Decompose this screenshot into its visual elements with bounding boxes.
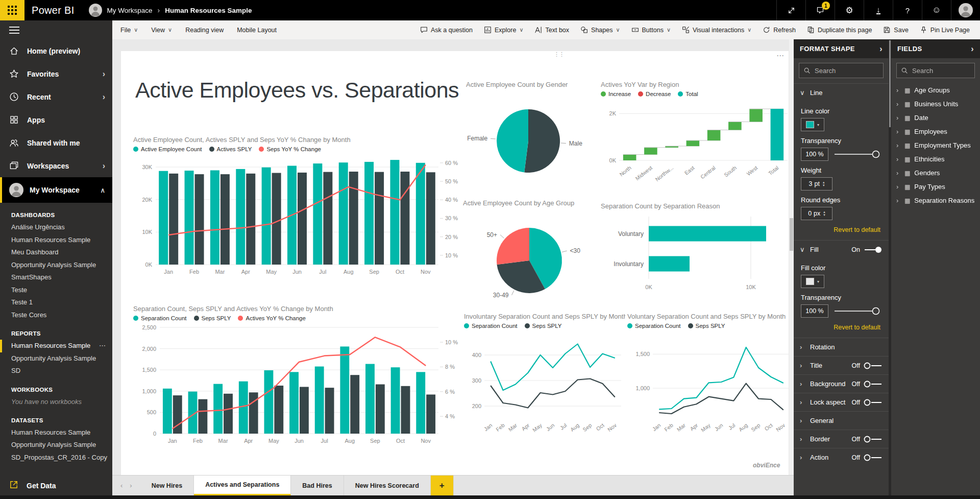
menu-item-reading-view[interactable]: Reading view bbox=[185, 27, 224, 34]
sidebar-list-item[interactable]: SD_Propostas_CR_2016 - Copy bbox=[0, 452, 112, 464]
line-series[interactable] bbox=[491, 344, 615, 391]
stepper-arrows[interactable]: ▴▾ bbox=[823, 181, 825, 187]
waterfall-total-bar[interactable] bbox=[771, 109, 784, 160]
account-avatar[interactable] bbox=[951, 0, 980, 20]
page-tab-new-hires[interactable]: New Hires bbox=[140, 476, 194, 495]
sidebar-list-item[interactable]: Análise Urgências bbox=[0, 221, 112, 234]
section-action[interactable]: ›ActionOff bbox=[794, 448, 889, 466]
feedback-icon[interactable]: ☺ bbox=[922, 0, 951, 20]
visual-waterfall[interactable]: Actives YoY Var by RegionIncreaseDecreas… bbox=[601, 81, 792, 192]
bar[interactable] bbox=[375, 172, 384, 265]
bar[interactable] bbox=[272, 173, 281, 265]
toggle-on[interactable] bbox=[863, 246, 883, 254]
bar[interactable] bbox=[649, 226, 766, 242]
slider-knob[interactable] bbox=[873, 151, 879, 158]
section-general[interactable]: ›General bbox=[794, 411, 889, 430]
chart-canvas[interactable]: <3030-4950+ bbox=[463, 209, 594, 315]
waterfall-bar[interactable] bbox=[687, 140, 700, 146]
sidebar-item-apps[interactable]: Apps bbox=[0, 108, 112, 131]
format-search-input[interactable] bbox=[815, 67, 871, 75]
bar[interactable] bbox=[400, 172, 409, 265]
sidebar-list-item[interactable]: SD bbox=[0, 365, 112, 377]
bar[interactable] bbox=[349, 172, 358, 265]
notifications-icon[interactable]: 1 bbox=[805, 0, 835, 20]
bar[interactable] bbox=[350, 375, 359, 434]
legend-entry[interactable]: Separation Count bbox=[464, 323, 518, 329]
more-options-icon[interactable]: ⋯ bbox=[776, 51, 785, 60]
fields-search-input[interactable] bbox=[912, 67, 968, 75]
bar[interactable] bbox=[340, 346, 349, 434]
menu-item-text-box[interactable]: Text box bbox=[534, 26, 569, 34]
stepper-arrows[interactable]: ▴▾ bbox=[823, 210, 825, 217]
menu-item-file[interactable]: File∨ bbox=[120, 27, 138, 34]
visual-hbar[interactable]: Separation Count by Separation Reason0K1… bbox=[601, 202, 792, 302]
visual-combo1[interactable]: Active Employee Count, Actives SPLY and … bbox=[133, 136, 466, 285]
scrollbar-thumb[interactable] bbox=[790, 218, 793, 251]
menu-item-duplicate-this-page[interactable]: Duplicate this page bbox=[807, 26, 872, 34]
toggle-off[interactable] bbox=[863, 435, 883, 443]
visual-lineVol[interactable]: Voluntary Separation Count and Seps SPLY… bbox=[627, 313, 794, 449]
bar[interactable] bbox=[426, 172, 435, 265]
field-table-separation-reasons[interactable]: ›▦Separation Reasons bbox=[891, 194, 980, 207]
menu-item-refresh[interactable]: Refresh bbox=[763, 26, 796, 34]
menu-item-pin-live-page[interactable]: Pin Live Page bbox=[920, 26, 970, 34]
field-table-age-groups[interactable]: ›▦Age Groups bbox=[891, 83, 980, 97]
bar[interactable] bbox=[239, 382, 248, 434]
waterfall-bar[interactable] bbox=[707, 130, 721, 140]
visual-pieGender[interactable]: Active Employee Count by GenderMaleFemal… bbox=[466, 81, 595, 191]
report-title-textbox[interactable]: Active Employees vs. Separations bbox=[135, 78, 459, 103]
bar[interactable] bbox=[298, 173, 307, 265]
section-background[interactable]: ›BackgroundOff bbox=[794, 374, 889, 393]
field-table-date[interactable]: ›▦Date bbox=[891, 111, 980, 125]
toggle-off[interactable] bbox=[863, 454, 883, 462]
bar[interactable] bbox=[323, 172, 332, 265]
sidebar-list-item[interactable]: Opportunity Analysis Sample bbox=[0, 439, 112, 452]
transparency-slider[interactable] bbox=[832, 150, 881, 159]
bar[interactable] bbox=[249, 392, 258, 434]
sidebar-item-shared-with-me[interactable]: Shared with me bbox=[0, 131, 112, 154]
section-title[interactable]: ›TitleOff bbox=[794, 356, 889, 374]
bar[interactable] bbox=[236, 169, 245, 265]
waterfall-bar[interactable] bbox=[644, 148, 657, 155]
sidebar-list-item[interactable]: Opportunity Analysis Sample bbox=[0, 259, 112, 272]
menu-item-shapes[interactable]: Shapes∨ bbox=[580, 26, 620, 34]
tab-scroll-right-icon[interactable]: › bbox=[130, 482, 132, 489]
menu-item-mobile-layout[interactable]: Mobile Layout bbox=[237, 27, 277, 34]
breadcrumb-workspace[interactable]: My Workspace bbox=[107, 7, 153, 14]
bar[interactable] bbox=[315, 367, 324, 434]
pie-slice[interactable] bbox=[524, 109, 560, 173]
revert-to-default-link[interactable]: Revert to default bbox=[794, 226, 880, 233]
bar[interactable] bbox=[365, 364, 375, 434]
chart-canvas[interactable]: 200300400JanFebMarAprMayJunJulAugSepOctN… bbox=[464, 330, 625, 447]
section-rotation[interactable]: ›Rotation bbox=[794, 338, 889, 356]
chart-canvas[interactable]: 0K2KNorthMidwestNorthw...EastCentralSout… bbox=[601, 98, 792, 190]
bar[interactable] bbox=[416, 372, 425, 434]
bar[interactable] bbox=[401, 386, 410, 434]
chart-canvas[interactable]: 0K10KVoluntaryInvoluntary bbox=[601, 212, 792, 300]
weight-stepper[interactable]: 3pt▴▾ bbox=[801, 177, 832, 191]
sidebar-item-home-preview[interactable]: Home (preview) bbox=[0, 39, 112, 62]
add-page-button[interactable]: + bbox=[431, 476, 454, 495]
sidebar-list-item[interactable]: Opportunity Analysis Sample bbox=[0, 352, 112, 365]
legend-entry[interactable]: Increase bbox=[601, 91, 631, 97]
bar[interactable] bbox=[426, 394, 435, 434]
bar[interactable] bbox=[416, 163, 425, 265]
legend-entry[interactable]: Actives SPLY bbox=[209, 146, 252, 152]
sidebar-list-item[interactable]: Human Resources Sample⋯ bbox=[0, 340, 112, 352]
chart-canvas[interactable]: 05001,0001,5002,0002,5004 %6 %8 %10 %Jan… bbox=[133, 322, 466, 451]
bar[interactable] bbox=[264, 370, 273, 434]
fill-color-dropdown[interactable]: ▾ bbox=[801, 275, 824, 288]
settings-icon[interactable]: ⚙ bbox=[835, 0, 864, 20]
drag-handle-icon[interactable]: ⋮⋮ bbox=[554, 51, 564, 58]
bar[interactable] bbox=[313, 163, 322, 265]
bar[interactable] bbox=[185, 171, 194, 265]
pie-slice[interactable] bbox=[497, 109, 528, 173]
visual-pieAge[interactable]: Active Employee Count by Age Group<3030-… bbox=[463, 199, 594, 317]
transparency-value[interactable]: 100 % bbox=[801, 148, 828, 161]
field-table-employees[interactable]: ›▦Employees bbox=[891, 125, 980, 138]
legend-entry[interactable]: Seps SPLY bbox=[525, 323, 562, 329]
waterfall-bar[interactable] bbox=[728, 122, 742, 130]
menu-item-explore[interactable]: Explore∨ bbox=[484, 26, 523, 34]
line-series[interactable] bbox=[173, 337, 426, 429]
bar[interactable] bbox=[649, 256, 690, 272]
